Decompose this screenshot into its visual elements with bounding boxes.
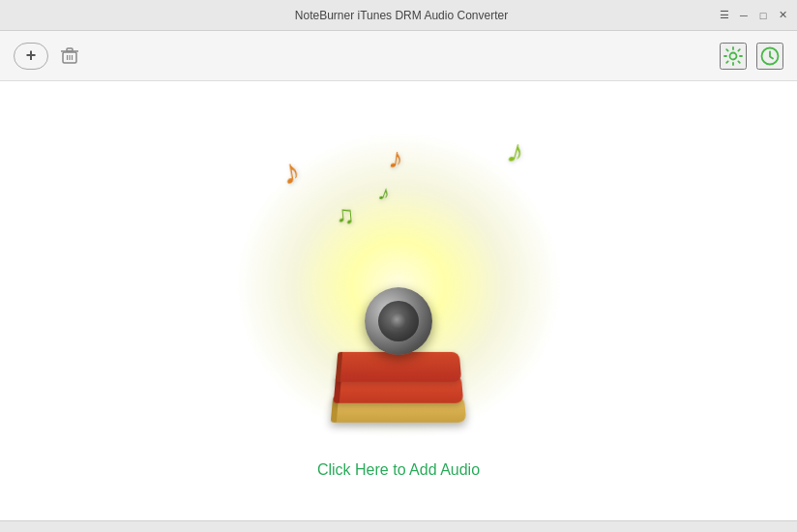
music-note-5: ♪ xyxy=(375,180,394,207)
add-audio-label[interactable]: Click Here to Add Audio xyxy=(317,461,480,479)
close-button[interactable]: ✕ xyxy=(776,9,789,22)
music-note-1: ♪ xyxy=(279,151,303,193)
music-note-2: ♪ xyxy=(387,141,406,176)
maximize-button[interactable]: □ xyxy=(756,9,770,22)
toolbar: + xyxy=(0,31,797,81)
music-note-4: ♫ xyxy=(335,199,356,231)
music-note-3: ♪ xyxy=(503,131,529,171)
illustration-area: ♪ ♪ ♪ ♫ ♪ xyxy=(224,123,573,452)
trash-icon xyxy=(60,46,79,66)
add-button[interactable]: + xyxy=(14,43,48,70)
main-content[interactable]: ♪ ♪ ♪ ♫ ♪ Click Here to Add Audio xyxy=(0,81,797,520)
menu-button[interactable]: ☰ xyxy=(718,9,731,22)
settings-button[interactable] xyxy=(720,43,747,70)
book-top xyxy=(336,352,462,382)
bottom-bar: Convert xyxy=(0,520,797,532)
title-bar: NoteBurner iTunes DRM Audio Converter ☰ … xyxy=(0,0,797,31)
history-icon xyxy=(759,45,781,67)
gear-icon xyxy=(723,45,744,67)
svg-rect-2 xyxy=(67,48,73,51)
history-button[interactable] xyxy=(756,43,783,70)
svg-point-6 xyxy=(730,52,737,59)
speaker-icon xyxy=(365,287,432,355)
toolbar-right xyxy=(720,43,783,70)
window-controls: ☰ ─ □ ✕ xyxy=(718,9,789,22)
delete-button[interactable] xyxy=(56,43,83,70)
minimize-button[interactable]: ─ xyxy=(737,9,751,22)
toolbar-left: + xyxy=(14,43,83,70)
app-title: NoteBurner iTunes DRM Audio Converter xyxy=(85,9,718,22)
